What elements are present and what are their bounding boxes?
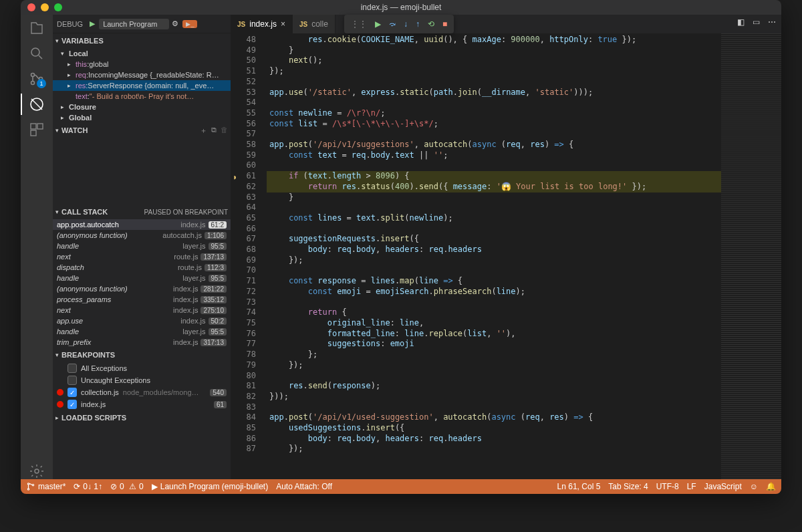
maximize-window-button[interactable]: [54, 3, 62, 11]
watch-panel-header[interactable]: ▾WATCH ＋ ⧉ 🗑: [53, 123, 231, 138]
notifications-icon[interactable]: 🔔: [766, 482, 776, 491]
builtin-breakpoint-row[interactable]: All Exceptions: [53, 362, 231, 374]
code-line[interactable]: app.post('/api/v1/used-suggestion', auto…: [267, 412, 721, 423]
code-line[interactable]: };: [267, 350, 721, 360]
code-line[interactable]: suggestions: emoji: [267, 339, 721, 350]
debug-toolbar[interactable]: ⋮⋮ ▶ ⤼ ↓ ↑ ⟲ ■: [344, 15, 454, 33]
extensions-icon[interactable]: [29, 122, 45, 138]
minimize-window-button[interactable]: [41, 3, 49, 11]
code-line[interactable]: res.cookie(COOKIE_NAME, uuid(), { maxAge…: [267, 35, 721, 45]
code-line[interactable]: usedSuggestions.insert({: [267, 423, 721, 434]
stack-frame-row[interactable]: (anonymous function)autocatch.js1:106: [53, 230, 231, 241]
code-line[interactable]: [267, 297, 721, 308]
continue-button[interactable]: ▶: [375, 19, 381, 29]
code-line[interactable]: const lines = text.split(newline);: [267, 213, 721, 224]
code-line[interactable]: [267, 129, 721, 140]
code-line[interactable]: body: req.body, headers: req.headers: [267, 434, 721, 444]
code-line[interactable]: const newline = /\r?\n/;: [267, 108, 721, 119]
code-line[interactable]: [267, 265, 721, 276]
code-line[interactable]: original_line: line,: [267, 318, 721, 329]
collapse-watch-icon[interactable]: ⧉: [211, 126, 217, 136]
launch-config-select[interactable]: Launch Program: [99, 19, 169, 29]
code-line[interactable]: });: [267, 360, 721, 371]
explorer-icon[interactable]: [29, 20, 45, 36]
restart-button[interactable]: ⟲: [428, 19, 434, 29]
stop-button[interactable]: ■: [442, 19, 447, 29]
code-line[interactable]: [267, 371, 721, 382]
debug-settings-icon[interactable]: ⚙: [172, 19, 178, 28]
code-line[interactable]: [267, 98, 721, 108]
checkbox[interactable]: [68, 376, 77, 385]
stack-frame-row[interactable]: dispatchroute.js112:3: [53, 262, 231, 273]
scope-row[interactable]: ▸Closure: [53, 102, 231, 112]
code-line[interactable]: [267, 77, 721, 88]
code-line[interactable]: });: [267, 66, 721, 77]
stack-frame-row[interactable]: nextroute.js137:13: [53, 251, 231, 262]
debug-console-icon[interactable]: ▶_: [182, 20, 197, 28]
code-line[interactable]: const emoji = emojiSearch.phraseSearch(l…: [267, 287, 721, 297]
callstack-panel-header[interactable]: ▾CALL STACK PAUSED ON BREAKPOINT: [53, 205, 231, 219]
more-actions-icon[interactable]: ⋯: [768, 17, 776, 27]
code-line[interactable]: const text = req.body.text || '';: [267, 150, 721, 161]
stack-frame-row[interactable]: handlelayer.js95:5: [53, 326, 231, 337]
breakpoints-panel-header[interactable]: ▾BREAKPOINTS: [53, 348, 231, 362]
code-line[interactable]: const list = /\s*[\-\*\+\-\-]+\s*/;: [267, 119, 721, 130]
step-over-button[interactable]: ⤼: [389, 19, 396, 29]
code-line[interactable]: app.post('/api/v1/suggestions', autocatc…: [267, 140, 721, 150]
code-line[interactable]: return {: [267, 307, 721, 318]
auto-attach-status[interactable]: Auto Attach: Off: [276, 482, 332, 491]
loaded-scripts-panel-header[interactable]: ▸LOADED SCRIPTS: [53, 410, 231, 425]
editor-tab[interactable]: JSindex.js×: [231, 15, 293, 33]
encoding-status[interactable]: UTF-8: [656, 482, 679, 491]
code-line[interactable]: }));: [267, 392, 721, 402]
code-line[interactable]: }: [267, 45, 721, 56]
stack-frame-row[interactable]: nextindex.js275:10: [53, 305, 231, 315]
tab-size-status[interactable]: Tab Size: 4: [608, 482, 648, 491]
scm-icon[interactable]: 1: [29, 71, 45, 87]
builtin-breakpoint-row[interactable]: Uncaught Exceptions: [53, 374, 231, 386]
checkbox[interactable]: [68, 364, 77, 373]
scope-row[interactable]: ▸Global: [53, 112, 231, 123]
code-line[interactable]: if (text.length > 8096) {: [267, 171, 721, 182]
launch-status[interactable]: ▶ Launch Program (emoji-bullet): [152, 482, 268, 491]
code-editor[interactable]: 48495051525354555657585960◗6162636465666…: [231, 33, 781, 479]
variables-panel-header[interactable]: ▾VARIABLES: [53, 33, 231, 48]
code-line[interactable]: [267, 224, 721, 235]
code-line[interactable]: app.use('/static', express.static(path.j…: [267, 88, 721, 98]
code-line[interactable]: suggestionRequests.insert({: [267, 234, 721, 245]
debug-icon[interactable]: [29, 96, 45, 112]
cursor-position-status[interactable]: Ln 61, Col 5: [557, 482, 601, 491]
code-line[interactable]: res.send(response);: [267, 381, 721, 392]
code-line[interactable]: [267, 203, 721, 213]
stack-frame-row[interactable]: app.useindex.js50:2: [53, 315, 231, 326]
stack-frame-row[interactable]: app.post.autocatchindex.js61:2: [53, 219, 231, 230]
stack-frame-row[interactable]: trim_prefixindex.js317:13: [53, 337, 231, 348]
language-status[interactable]: JavaScript: [704, 482, 742, 491]
add-watch-icon[interactable]: ＋: [200, 126, 207, 136]
drag-handle-icon[interactable]: ⋮⋮: [351, 19, 367, 29]
problems-status[interactable]: ⊘ 0 ⚠ 0: [110, 482, 144, 491]
variable-row[interactable]: ▸this: global: [53, 59, 231, 70]
split-editor-icon[interactable]: ◧: [737, 17, 745, 27]
code-line[interactable]: });: [267, 444, 721, 454]
stack-frame-row[interactable]: (anonymous function)index.js281:22: [53, 283, 231, 294]
checkbox[interactable]: ✓: [68, 388, 77, 397]
settings-gear-icon[interactable]: [29, 463, 45, 479]
code-line[interactable]: [267, 402, 721, 413]
variable-row[interactable]: ▸req: IncomingMessage {_readableState: R…: [53, 70, 231, 80]
sync-status[interactable]: ⟳ 0↓ 1↑: [74, 482, 102, 491]
stack-frame-row[interactable]: handlelayer.js95:5: [53, 273, 231, 283]
close-tab-icon[interactable]: ×: [281, 19, 285, 29]
git-branch-status[interactable]: master*: [26, 482, 65, 491]
code-line[interactable]: next();: [267, 55, 721, 66]
stack-frame-row[interactable]: process_paramsindex.js335:12: [53, 294, 231, 305]
remove-watch-icon[interactable]: 🗑: [221, 126, 228, 136]
feedback-icon[interactable]: ☺: [750, 482, 758, 491]
code-line[interactable]: });: [267, 255, 721, 266]
variable-row[interactable]: ▸res: ServerResponse {domain: null, _eve…: [53, 80, 231, 91]
step-out-button[interactable]: ↑: [416, 19, 420, 29]
stack-frame-row[interactable]: handlelayer.js95:5: [53, 241, 231, 251]
step-into-button[interactable]: ↓: [404, 19, 408, 29]
start-debug-button[interactable]: ▶: [90, 19, 95, 28]
code-line[interactable]: const response = lines.map(line => {: [267, 276, 721, 287]
